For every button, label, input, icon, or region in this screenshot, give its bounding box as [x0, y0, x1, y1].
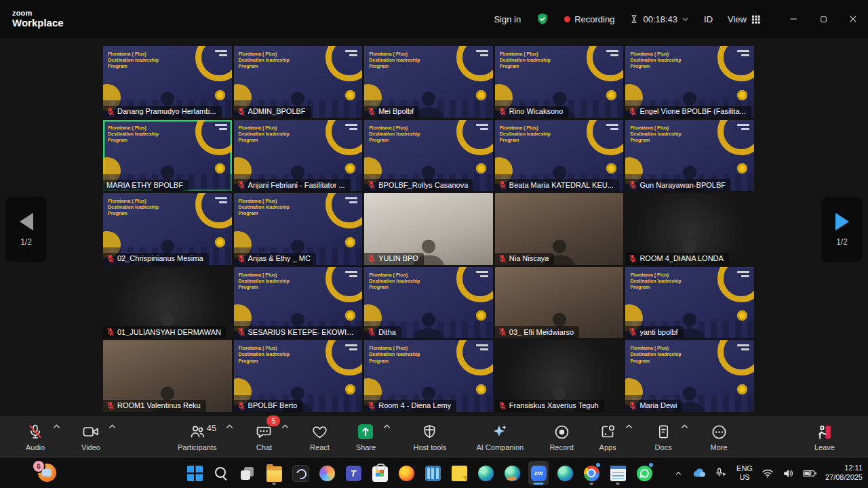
chevron-up-icon[interactable]	[226, 424, 233, 429]
taskbar-teams-icon[interactable]	[343, 461, 363, 485]
taskbar-chrome-icon[interactable]	[581, 461, 601, 485]
toolbar-record-button[interactable]: Record	[547, 418, 576, 457]
onedrive-cloud-icon[interactable]	[692, 468, 707, 479]
encryption-shield-icon[interactable]	[536, 12, 549, 26]
toolbar-video-button[interactable]: Video	[76, 418, 106, 457]
background-coin-logo	[476, 90, 486, 100]
battery-icon[interactable]	[803, 469, 816, 478]
participant-tile[interactable]: Floratama ( Plus)Destination leadreshipP…	[103, 120, 232, 192]
toolbar-share-button[interactable]: Share	[351, 418, 380, 457]
participant-tile[interactable]: 03_ Efli Meidwiarso	[495, 267, 624, 339]
record-icon	[553, 423, 570, 441]
taskbar-search-icon[interactable]	[211, 461, 231, 485]
background-coin-logo	[476, 384, 486, 394]
close-button[interactable]	[838, 0, 868, 38]
chevron-up-icon[interactable]	[281, 424, 289, 429]
chevron-up-icon[interactable]	[53, 424, 60, 429]
wifi-icon[interactable]	[762, 468, 774, 479]
chevron-up-icon[interactable]	[681, 424, 688, 429]
volume-icon[interactable]	[783, 468, 794, 479]
meeting-id-button[interactable]: ID	[704, 14, 713, 24]
toolbar-ai-companion-button[interactable]: AI Companion	[469, 418, 530, 457]
muted-mic-icon	[106, 254, 115, 263]
taskbar-edge-profile-1-icon[interactable]	[475, 461, 496, 485]
maximize-button[interactable]	[808, 0, 838, 38]
participant-tile[interactable]: Floratama ( Plus)Destination leadreshipP…	[625, 46, 754, 118]
participant-name: ROOM 4_DIANA LONDA	[639, 254, 723, 262]
next-page-button[interactable]: 1/2	[821, 197, 863, 262]
participant-tile[interactable]: Floratama ( Plus)Destination leadreshipP…	[625, 120, 754, 192]
participant-tile[interactable]: Floratama ( Plus)Destination leadreshipP…	[234, 120, 363, 192]
taskbar-edge-profile-2-icon[interactable]	[502, 461, 522, 485]
toolbar-more-button[interactable]: More	[704, 418, 734, 457]
taskbar-whatsapp-icon[interactable]	[634, 461, 654, 485]
participant-tile[interactable]: ROOM 4_DIANA LONDA	[625, 193, 754, 265]
chevron-up-icon[interactable]	[108, 424, 116, 429]
participant-name-label: Maria Dewi	[625, 400, 682, 412]
background-coin-logo	[215, 90, 225, 100]
participant-tile[interactable]: Floratama ( Plus)Destination leadreshipP…	[364, 267, 493, 339]
virtual-background-watermark: Floratama ( Plus)Destination leadreshipP…	[630, 272, 681, 290]
toolbar-docs-button[interactable]: Docs	[648, 418, 678, 457]
taskbar-calculator-icon[interactable]	[422, 461, 443, 485]
participant-tile[interactable]: Floratama ( Plus)Destination leadreshipP…	[364, 120, 493, 192]
taskbar-copilot-icon[interactable]	[317, 461, 337, 485]
participant-tile[interactable]: YULIN BPO	[364, 193, 493, 265]
participant-tile[interactable]: Floratama ( Plus)Destination leadreshipP…	[234, 193, 363, 265]
participant-tile[interactable]: Floratama ( Plus)Destination leadreshipP…	[234, 46, 363, 118]
background-coin-logo	[345, 237, 355, 247]
participant-tile[interactable]: Floratama ( Plus)Destination leadreshipP…	[364, 340, 493, 412]
toolbar-host-tools-button[interactable]: Host tools	[406, 418, 453, 457]
toolbar-react-button[interactable]: React	[304, 418, 334, 457]
partner-logos	[345, 124, 357, 132]
view-button[interactable]: View	[728, 14, 761, 24]
taskbar-photos-icon[interactable]	[290, 461, 311, 485]
chevron-up-icon[interactable]	[625, 424, 633, 429]
partner-logos	[215, 124, 227, 132]
participant-tile[interactable]: Floratama ( Plus)Destination leadreshipP…	[625, 267, 754, 339]
taskbar-store-icon[interactable]	[370, 461, 390, 485]
taskbar-firefox-icon[interactable]	[396, 461, 416, 485]
language-indicator[interactable]: ENGUS	[736, 464, 753, 481]
participant-name-label: MARIA ETHY BPOLBF	[103, 180, 189, 191]
taskbar-chat-app-icon[interactable]: 6	[38, 464, 56, 482]
tray-chevron-up-icon[interactable]	[674, 469, 683, 478]
taskbar-file-explorer-icon[interactable]	[264, 461, 284, 485]
taskbar-sticky-notes-icon[interactable]	[449, 461, 469, 485]
meeting-timer[interactable]: 00:18:43	[629, 14, 689, 24]
participant-tile[interactable]: Floratama ( Plus)Destination leadreshipP…	[234, 267, 363, 339]
participant-tile[interactable]: Floratama ( Plus)Destination leadreshipP…	[103, 46, 232, 118]
participant-tile[interactable]: Floratama ( Plus)Destination leadreshipP…	[495, 120, 624, 192]
taskbar-start-icon[interactable]	[184, 461, 205, 485]
previous-page-button[interactable]: 1/2	[5, 197, 47, 262]
recording-indicator[interactable]: Recording	[564, 14, 614, 24]
participant-tile[interactable]: Floratama ( Plus)Destination leadreshipP…	[625, 340, 754, 412]
toolbar-audio-button[interactable]: Audio	[20, 418, 50, 457]
taskbar-task-view-icon[interactable]	[237, 461, 258, 485]
participant-tile[interactable]: Floratama ( Plus)Destination leadreshipP…	[364, 46, 493, 118]
brand-workplace: Workplace	[12, 18, 64, 28]
toolbar-button-label: Participants	[178, 443, 216, 451]
participant-tile[interactable]: Fransiskus Xaverius Teguh	[495, 340, 624, 412]
taskbar-zoom-icon[interactable]	[528, 461, 549, 485]
participant-tile[interactable]: Floratama ( Plus)Destination leadreshipP…	[103, 193, 232, 265]
participant-tile[interactable]: 01_JULIANSYAH DERMAWAN	[103, 267, 232, 339]
toolbar-apps-button[interactable]: Apps	[593, 418, 623, 457]
partner-logos	[215, 50, 227, 58]
taskbar-clock[interactable]: 12:11 27/08/2025	[825, 464, 863, 483]
chevron-up-icon[interactable]	[383, 424, 391, 429]
minimize-button[interactable]	[778, 0, 808, 38]
virtual-background-watermark: Floratama ( Plus)Destination leadreshipP…	[239, 125, 290, 143]
toolbar-leave-button[interactable]: Leave	[810, 418, 840, 457]
toolbar-chat-button[interactable]: 5Chat	[249, 418, 279, 457]
sign-in-button[interactable]: Sign in	[494, 14, 521, 24]
participant-tile[interactable]: Floratama ( Plus)Destination leadreshipP…	[495, 46, 624, 118]
participant-tile[interactable]: Nia Niscaya	[495, 193, 624, 265]
taskbar-notepad-icon[interactable]	[608, 461, 628, 485]
participant-tile[interactable]: ROOM1 Valentinus Reku	[103, 340, 232, 412]
participant-name: 03_ Efli Meidwiarso	[509, 328, 574, 336]
taskbar-edge-profile-3-icon[interactable]	[555, 461, 575, 485]
toolbar-participants-button[interactable]: 45Participants	[171, 418, 223, 457]
voice-access-icon[interactable]	[715, 468, 728, 479]
participant-tile[interactable]: Floratama ( Plus)Destination leadreshipP…	[234, 340, 363, 412]
